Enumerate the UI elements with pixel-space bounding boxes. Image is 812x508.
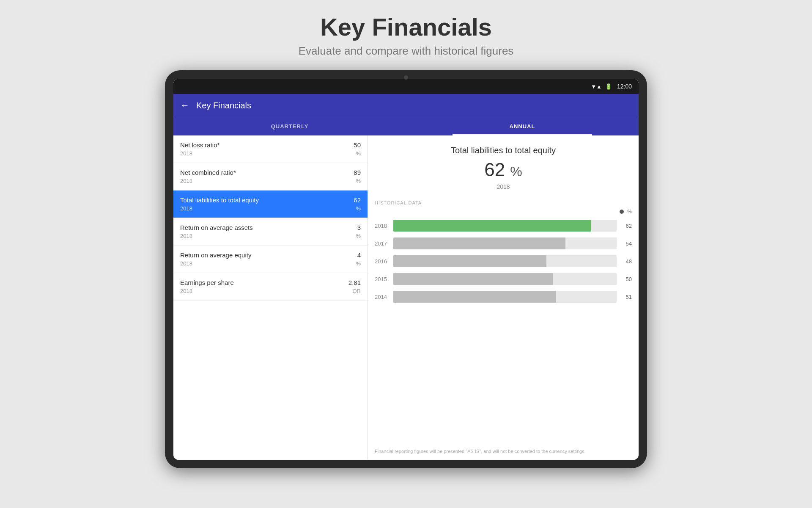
tab-bar: QUARTERLY ANNUAL: [173, 117, 639, 135]
page-subtitle: Evaluate and compare with historical fig…: [299, 44, 514, 58]
list-item-earnings-per-share[interactable]: Earnings per share 2.81 2018 QR: [173, 273, 368, 301]
bar-fill: [393, 273, 553, 285]
item-label: Earnings per share: [180, 279, 234, 286]
item-unit: %: [356, 205, 361, 212]
status-time: 12:00: [617, 83, 632, 90]
bar-track: [393, 255, 617, 267]
signal-icon: ▼▲: [591, 83, 602, 90]
battery-icon: 🔋: [605, 83, 612, 90]
item-value: 89: [354, 169, 361, 176]
item-value: 4: [357, 251, 361, 259]
page-title: Key Financials: [299, 13, 514, 41]
item-value: 2.81: [348, 279, 361, 286]
item-label: Total liabilities to total equity: [180, 196, 259, 204]
bar-track: [393, 273, 617, 285]
bar-row: 201754: [375, 237, 632, 249]
right-panel: Total liabilities to total equity 62 % 2…: [368, 135, 639, 460]
bar-track: [393, 291, 617, 303]
page-header: Key Financials Evaluate and compare with…: [299, 0, 514, 66]
item-unit: %: [356, 233, 361, 239]
item-year: 2018: [180, 178, 192, 184]
item-value: 3: [357, 224, 361, 231]
item-value: 62: [354, 196, 361, 204]
bar-fill: [393, 237, 565, 249]
tablet-camera: [404, 75, 408, 80]
bar-fill: [393, 291, 556, 303]
bar-fill: [393, 255, 546, 267]
app-bar-title: Key Financials: [196, 101, 251, 110]
chart-year: 2018: [368, 183, 639, 190]
item-year: 2018: [180, 150, 192, 157]
item-label: Return on average assets: [180, 224, 253, 231]
status-bar: ▼▲ 🔋 12:00: [173, 79, 639, 94]
item-year: 2018: [180, 288, 192, 294]
item-label: Return on average equity: [180, 251, 251, 259]
item-year: 2018: [180, 260, 192, 267]
bar-value-label: 48: [620, 258, 632, 265]
item-label: Net loss ratio*: [180, 141, 219, 149]
item-unit: %: [356, 178, 361, 184]
list-item-net-combined-ratio[interactable]: Net combined ratio* 89 2018 %: [173, 163, 368, 190]
item-value: 50: [354, 141, 361, 149]
bar-track: [393, 237, 617, 249]
bar-fill: [393, 220, 591, 232]
bar-chart: 201862201754201648201550201451: [368, 216, 639, 444]
tab-quarterly[interactable]: QUARTERLY: [173, 117, 406, 135]
left-panel: Net loss ratio* 50 2018 % Net combined r…: [173, 135, 368, 460]
main-content: Net loss ratio* 50 2018 % Net combined r…: [173, 135, 639, 460]
bar-row: 201550: [375, 273, 632, 285]
item-year: 2018: [180, 205, 192, 212]
chart-section-label: HISTORICAL DATA: [368, 197, 639, 207]
tab-annual[interactable]: ANNUAL: [406, 117, 639, 135]
bar-row: 201648: [375, 255, 632, 267]
list-item-return-avg-equity[interactable]: Return on average equity 4 2018 %: [173, 246, 368, 273]
bar-row: 201862: [375, 220, 632, 232]
legend-label: %: [627, 209, 632, 215]
chart-main-value: 62 %: [484, 159, 522, 180]
tablet-screen: ▼▲ 🔋 12:00 ← Key Financials QUARTERLY AN…: [173, 79, 639, 460]
list-item-return-avg-assets[interactable]: Return on average assets 3 2018 %: [173, 218, 368, 246]
item-unit: QR: [353, 288, 361, 294]
bar-year-label: 2016: [375, 258, 390, 265]
bar-value-label: 62: [620, 223, 632, 229]
chart-footnote: Financial reporting figures will be pres…: [368, 444, 639, 460]
bar-row: 201451: [375, 291, 632, 303]
back-button[interactable]: ←: [180, 100, 189, 111]
list-item-total-liabilities[interactable]: Total liabilities to total equity 62 201…: [173, 190, 368, 218]
item-label: Net combined ratio*: [180, 169, 236, 176]
bar-year-label: 2018: [375, 223, 390, 229]
item-year: 2018: [180, 233, 192, 239]
bar-year-label: 2014: [375, 294, 390, 300]
tablet-frame: ▼▲ 🔋 12:00 ← Key Financials QUARTERLY AN…: [165, 70, 647, 468]
app-bar: ← Key Financials: [173, 94, 639, 117]
bar-value-label: 50: [620, 276, 632, 282]
chart-title: Total liabilities to total equity: [368, 135, 639, 159]
legend-dot: [620, 210, 624, 214]
bar-year-label: 2017: [375, 240, 390, 247]
chart-legend: %: [368, 207, 639, 216]
list-item-net-loss-ratio[interactable]: Net loss ratio* 50 2018 %: [173, 135, 368, 163]
item-unit: %: [356, 150, 361, 157]
bar-track: [393, 220, 617, 232]
bar-value-label: 51: [620, 294, 632, 300]
bar-value-label: 54: [620, 240, 632, 247]
item-unit: %: [356, 260, 361, 267]
bar-year-label: 2015: [375, 276, 390, 282]
